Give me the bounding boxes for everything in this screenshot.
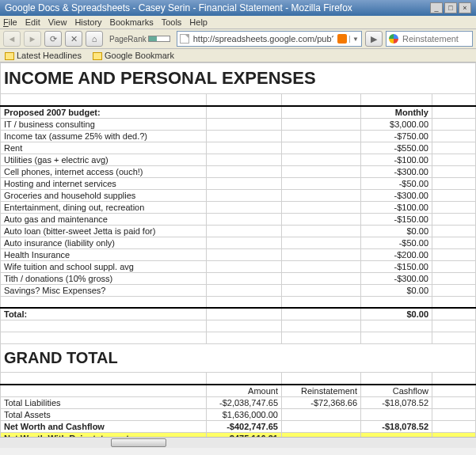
back-button[interactable]: ◄ [3,31,21,47]
expense-row[interactable]: IT / business consulting$3,000.00 [1,118,476,130]
menu-tools[interactable]: Tools [162,17,182,27]
menu-help[interactable]: Help [189,17,208,27]
expense-row[interactable]: Wife tuition and school suppl. avg-$150.… [1,260,476,272]
expense-value[interactable]: -$50.00 [361,177,432,189]
forward-button[interactable]: ► [24,31,41,47]
menu-edit[interactable]: Edit [25,17,40,27]
window-title: Google Docs & Spreadsheets - Casey Serin… [5,2,352,13]
go-button[interactable]: ▶ [365,31,383,47]
grand-cash[interactable] [361,408,432,420]
bookmark-google-bookmark[interactable]: Google Bookmark [93,51,174,60]
address-bar[interactable]: ▼ [177,31,362,47]
expense-row[interactable]: Auto insurance (liability only)-$50.00 [1,237,476,248]
scrollbar-thumb[interactable] [111,438,166,447]
url-input[interactable] [192,33,335,44]
expense-row[interactable]: Savings? Misc Expenses?$0.00 [1,284,476,296]
expense-value[interactable]: -$100.00 [361,201,432,213]
expense-label[interactable]: Utilities (gas + electric avg) [1,154,207,165]
expense-row[interactable]: Entertainment, dining out, recreation-$1… [1,201,476,213]
menu-file[interactable]: File [3,17,17,27]
grand-header-row[interactable]: Amount Reinstatement Cashflow [1,385,476,397]
expense-label[interactable]: Income tax (assume 25% with ded.?) [1,130,207,142]
menu-view[interactable]: View [48,17,67,27]
monthly-header[interactable]: Monthly [361,106,432,119]
menu-history[interactable]: History [74,17,101,27]
grand-rein[interactable]: -$72,368.66 [282,396,361,408]
expense-label[interactable]: IT / business consulting [1,118,207,130]
expense-label[interactable]: Tith / donations (10% gross) [1,272,207,284]
spacer-row[interactable] [1,320,476,332]
section-header-grand-total[interactable]: GRAND TOTAL [1,344,476,373]
spreadsheet-viewport[interactable]: INCOME AND PERSONAL EXPENSES Proposed 20… [0,63,476,448]
expense-row[interactable]: Groceries and household supplies-$300.00 [1,189,476,201]
expense-row[interactable]: Tith / donations (10% gross)-$300.00 [1,272,476,284]
expense-value[interactable]: -$50.00 [361,237,432,248]
expense-label[interactable]: Health Insurance [1,248,207,260]
expense-row[interactable]: Rent-$550.00 [1,142,476,154]
expense-row[interactable]: Hosting and internet services-$50.00 [1,177,476,189]
reload-button[interactable]: ⟳ [44,31,62,47]
spacer-row[interactable] [1,332,476,344]
expense-label[interactable]: Groceries and household supplies [1,189,207,201]
page-icon [180,34,189,44]
expense-label[interactable]: Entertainment, dining out, recreation [1,201,207,213]
maximize-button[interactable]: □ [444,2,457,13]
grand-row[interactable]: Total Liabilities-$2,038,747.65-$72,368.… [1,396,476,408]
expense-value[interactable]: -$300.00 [361,165,432,177]
spacer-row[interactable] [1,296,476,308]
expense-row[interactable]: Auto loan (bitter-sweet Jetta is paid fo… [1,225,476,237]
spacer-row[interactable] [1,373,476,385]
spreadsheet-grid[interactable]: INCOME AND PERSONAL EXPENSES Proposed 20… [0,63,476,448]
expense-value[interactable]: $0.00 [361,284,432,296]
expense-label[interactable]: Hosting and internet services [1,177,207,189]
spacer-row[interactable] [1,94,476,106]
expense-value[interactable]: -$550.00 [361,142,432,154]
expense-row[interactable]: Health Insurance-$200.00 [1,248,476,260]
budget-header-row[interactable]: Proposed 2007 budget: Monthly [1,106,476,119]
expense-value[interactable]: -$200.00 [361,248,432,260]
expense-row[interactable]: Income tax (assume 25% with ded.?)-$750.… [1,130,476,142]
stop-button[interactable]: ✕ [65,31,82,47]
minimize-button[interactable]: _ [430,2,443,13]
expense-value[interactable]: -$750.00 [361,130,432,142]
expense-label[interactable]: Auto loan (bitter-sweet Jetta is paid fo… [1,225,207,237]
close-button[interactable]: × [459,2,471,13]
section-header-income[interactable]: INCOME AND PERSONAL EXPENSES [1,63,476,94]
expense-label[interactable]: Auto insurance (liability only) [1,237,207,248]
feed-icon[interactable] [337,34,347,44]
expense-label[interactable]: Auto gas and maintenance [1,213,207,225]
pagerank-indicator: PageRank [109,35,170,44]
expense-value[interactable]: -$300.00 [361,189,432,201]
expense-label[interactable]: Cell phones, internet access (ouch!) [1,165,207,177]
expense-row[interactable]: Utilities (gas + electric avg)-$100.00 [1,154,476,165]
total-row[interactable]: Total: $0.00 [1,308,476,320]
grand-rein[interactable] [282,408,361,420]
bookmark-latest-headlines[interactable]: Latest Headlines [5,51,82,60]
grand-label[interactable]: Total Assets [1,408,207,420]
expense-label[interactable]: Rent [1,142,207,154]
expense-row[interactable]: Auto gas and maintenance-$150.00 [1,213,476,225]
search-box[interactable] [386,31,473,47]
search-input[interactable] [401,33,464,44]
expense-label[interactable]: Wife tuition and school suppl. avg [1,260,207,272]
grand-label[interactable]: Total Liabilities [1,396,207,408]
horizontal-scrollbar[interactable] [0,437,476,448]
grand-amount[interactable]: -$2,038,747.65 [207,396,282,408]
home-button[interactable]: ⌂ [86,31,103,47]
grand-amount[interactable]: $1,636,000.00 [207,408,282,420]
url-dropdown-icon[interactable]: ▼ [349,36,359,43]
expense-value[interactable]: $0.00 [361,225,432,237]
search-engine-icon[interactable] [389,34,398,44]
expense-row[interactable]: Cell phones, internet access (ouch!)-$30… [1,165,476,177]
expense-value[interactable]: -$150.00 [361,260,432,272]
expense-value[interactable]: -$300.00 [361,272,432,284]
grand-row[interactable]: Total Assets$1,636,000.00 [1,408,476,420]
networth-row[interactable]: Net Worth and Cashflow -$402,747.65 -$18… [1,420,476,432]
menu-bookmarks[interactable]: Bookmarks [110,17,154,27]
expense-value[interactable]: $3,000.00 [361,118,432,130]
expense-label[interactable]: Savings? Misc Expenses? [1,284,207,296]
grand-cash[interactable]: -$18,078.52 [361,396,432,408]
expense-value[interactable]: -$100.00 [361,154,432,165]
budget-label[interactable]: Proposed 2007 budget: [1,106,207,119]
expense-value[interactable]: -$150.00 [361,213,432,225]
